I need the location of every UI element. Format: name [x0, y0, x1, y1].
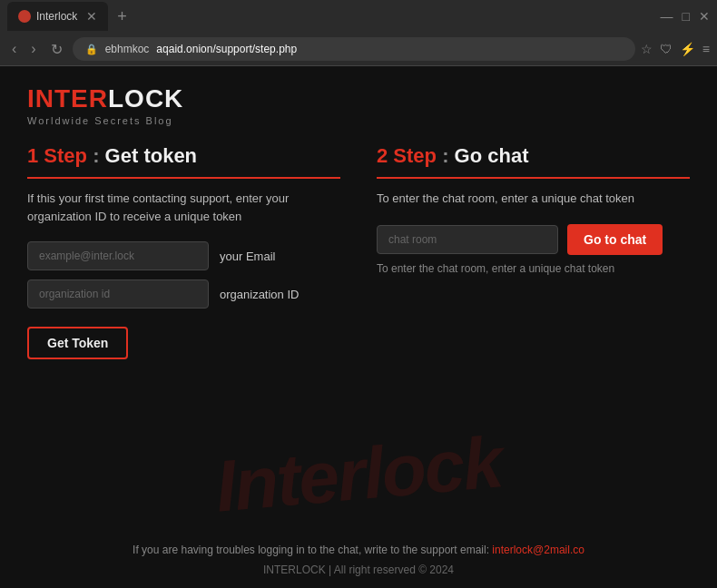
- step2-desc: To enter the chat room, enter a unique c…: [377, 190, 690, 208]
- security-icon: 🔒: [85, 44, 98, 55]
- logo-inter: INTER: [27, 84, 108, 113]
- logo-lock: LOCK: [108, 84, 183, 113]
- tab-title: Interlock: [36, 10, 77, 23]
- step1-heading: 1 Step : Get token: [27, 144, 340, 168]
- chat-token-input[interactable]: [377, 225, 558, 254]
- menu-icon[interactable]: ≡: [702, 42, 710, 56]
- tab-bar: Interlock ✕ +: [7, 2, 133, 31]
- tab-close-icon[interactable]: ✕: [86, 9, 97, 24]
- step1-title: Get token: [105, 144, 197, 167]
- browser-toolbar-icons: ☆ 🛡 ⚡ ≡: [641, 42, 710, 56]
- forward-button[interactable]: ›: [26, 39, 40, 59]
- email-input[interactable]: [27, 241, 209, 270]
- footer: If you are having troubles logging in to…: [0, 531, 717, 588]
- main-columns: 1 Step : Get token If this your first ti…: [27, 144, 690, 359]
- watermark: Interlock: [0, 402, 717, 548]
- step1-number: 1 Step: [27, 144, 87, 167]
- close-window-icon[interactable]: ✕: [699, 9, 710, 24]
- browser-nav: ‹ › ↻ 🔒 ebhmkoc aqaid.onion/support/step…: [0, 33, 717, 65]
- footer-email: interlock@2mail.co: [492, 544, 584, 556]
- refresh-button[interactable]: ↻: [46, 39, 67, 60]
- step2-colon: :: [437, 144, 455, 167]
- browser-chrome: Interlock ✕ + — □ ✕ ‹ › ↻ 🔒 ebhmkoc aqai…: [0, 0, 717, 66]
- address-right: aqaid.onion/support/step.php: [156, 43, 297, 55]
- address-bar[interactable]: 🔒 ebhmkoc aqaid.onion/support/step.php: [73, 37, 635, 61]
- minimize-icon[interactable]: —: [661, 9, 673, 24]
- footer-copyright: INTERLOCK | All right reserved © 2024: [27, 564, 690, 576]
- step2-heading: 2 Step : Go chat: [377, 144, 690, 168]
- step1-colon: :: [87, 144, 105, 167]
- page-inner: INTERLOCK Worldwide Secrets Blog 1 Step …: [0, 66, 717, 377]
- step1-desc: If this your first time contacting suppo…: [27, 190, 340, 225]
- logo: INTERLOCK: [27, 84, 690, 113]
- address-left: ebhmkoc: [105, 43, 150, 55]
- tab-favicon: [18, 10, 31, 23]
- new-tab-button[interactable]: +: [112, 7, 133, 26]
- logo-area: INTERLOCK Worldwide Secrets Blog: [27, 84, 690, 126]
- shield-icon[interactable]: 🛡: [660, 42, 673, 56]
- extensions-icon[interactable]: ⚡: [680, 42, 695, 56]
- chat-row: Go to chat: [377, 224, 690, 255]
- step1-divider: [27, 177, 340, 179]
- bookmark-icon[interactable]: ☆: [641, 42, 653, 56]
- step2-title: Go chat: [455, 144, 529, 167]
- chat-hint: To enter the chat room, enter a unique c…: [377, 262, 690, 275]
- email-row: your Email: [27, 241, 340, 270]
- step2-divider: [377, 177, 690, 179]
- maximize-icon[interactable]: □: [683, 9, 690, 24]
- org-input[interactable]: [27, 279, 209, 309]
- active-tab[interactable]: Interlock ✕: [7, 2, 108, 31]
- step2-column: 2 Step : Go chat To enter the chat room,…: [377, 144, 690, 359]
- step1-column: 1 Step : Get token If this your first ti…: [27, 144, 340, 359]
- get-token-button[interactable]: Get Token: [27, 327, 128, 359]
- org-label: organization ID: [220, 288, 299, 301]
- step2-number: 2 Step: [377, 144, 437, 167]
- logo-subtitle: Worldwide Secrets Blog: [27, 115, 690, 126]
- back-button[interactable]: ‹: [7, 39, 21, 59]
- footer-support: If you are having troubles logging in to…: [27, 544, 690, 556]
- org-row: organization ID: [27, 279, 340, 309]
- email-label: your Email: [220, 250, 275, 263]
- go-to-chat-button[interactable]: Go to chat: [567, 224, 663, 255]
- page-content: Interlock INTERLOCK Worldwide Secrets Bl…: [0, 66, 717, 588]
- browser-titlebar: Interlock ✕ + — □ ✕: [0, 0, 717, 33]
